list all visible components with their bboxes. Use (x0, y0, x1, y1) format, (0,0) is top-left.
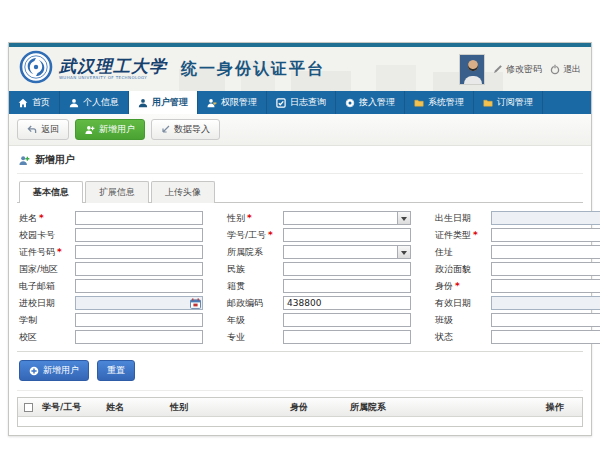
nav-item-profile[interactable]: 个人信息 (60, 91, 129, 114)
form-field-campus: 校区 (19, 330, 203, 344)
birth-date-input[interactable] (491, 211, 600, 225)
ethnicity-input[interactable] (283, 262, 411, 276)
postal-code-input[interactable] (283, 296, 411, 310)
university-name-en: WUHAN UNIVERSITY OF TECHNOLOGY (59, 76, 167, 80)
required-marker: * (57, 247, 62, 257)
form-field-country-region: 国家/地区 (19, 262, 203, 276)
field-label: 校区 (19, 331, 37, 344)
schooling-length-input[interactable] (75, 313, 203, 327)
chevron-down-icon (397, 246, 410, 258)
header: 武汉理工大学 WUHAN UNIVERSITY OF TECHNOLOGY 统一… (9, 47, 591, 91)
field-label: 籍贯 (227, 280, 245, 293)
field-label: 状态 (435, 331, 453, 344)
field-label: 学号/工号 (227, 229, 266, 242)
field-label: 进校日期 (19, 297, 55, 310)
calendar-icon (190, 298, 201, 309)
change-password-link[interactable]: 修改密码 (493, 63, 542, 76)
user-icon (69, 98, 79, 108)
folder-icon (483, 98, 493, 108)
student-id-input[interactable] (283, 228, 411, 242)
major-input[interactable] (283, 330, 411, 344)
field-label: 年级 (227, 314, 245, 327)
valid-date-input[interactable] (491, 296, 600, 310)
nav-item-permission-mgmt[interactable]: 权限管理 (198, 91, 267, 114)
form-field-email: 电子邮箱 (19, 279, 203, 293)
identity-input[interactable] (491, 279, 600, 293)
basic-info-form: 姓名* 性别* 出生日期 校园卡号 学号/工号* (17, 203, 583, 352)
form-field-entry-date: 进校日期 (19, 296, 203, 310)
tab-extended-info[interactable]: 扩展信息 (85, 181, 149, 203)
add-user-toolbar-button[interactable]: 新增用户 (75, 119, 145, 140)
id-number-input[interactable] (75, 245, 203, 259)
form-field-valid-date: 有效日期 (435, 296, 600, 310)
user-key-icon (207, 98, 217, 108)
class-input[interactable] (491, 313, 600, 327)
department-select[interactable] (283, 245, 411, 259)
field-label: 班级 (435, 314, 453, 327)
app-window: 武汉理工大学 WUHAN UNIVERSITY OF TECHNOLOGY 统一… (8, 42, 592, 436)
grade-input[interactable] (283, 313, 411, 327)
field-label: 有效日期 (435, 297, 471, 310)
form-field-political-status: 政治面貌 (435, 262, 600, 276)
required-marker: * (455, 281, 460, 291)
nav-item-access-mgmt[interactable]: 接入管理 (336, 91, 405, 114)
address-input[interactable] (491, 245, 600, 259)
form-field-postal-code: 邮政编码 (227, 296, 411, 310)
form-field-ethnicity: 民族 (227, 262, 411, 276)
entry-date-input[interactable] (75, 296, 203, 310)
campus-card-input[interactable] (75, 228, 203, 242)
column-header-operation: 操作 (544, 401, 582, 414)
home-icon (18, 98, 28, 108)
native-place-input[interactable] (283, 279, 411, 293)
user-icon (138, 98, 148, 108)
nav-item-user-mgmt[interactable]: 用户管理 (129, 91, 198, 114)
data-import-button[interactable]: 数据导入 (151, 119, 220, 140)
submit-add-user-button[interactable]: 新增用户 (19, 360, 89, 381)
form-field-birth-date: 出生日期 (435, 211, 600, 225)
reset-button[interactable]: 重置 (97, 360, 135, 381)
field-label: 住址 (435, 246, 453, 259)
nav-item-subscription-mgmt[interactable]: 订阅管理 (474, 91, 543, 114)
logout-link[interactable]: 退出 (550, 63, 581, 76)
user-table: 学号/工号 姓名 性别 身份 所属院系 操作 (17, 397, 583, 427)
nav-item-system-mgmt[interactable]: 系统管理 (405, 91, 474, 114)
form-field-id-type: 证件类型* (435, 228, 600, 242)
name-input[interactable] (75, 211, 203, 225)
university-name: 武汉理工大学 (59, 58, 167, 76)
id-type-input[interactable] (491, 228, 600, 242)
section-header: 新增用户 (17, 146, 583, 174)
status-input[interactable] (491, 330, 600, 344)
column-header-department: 所属院系 (348, 401, 544, 414)
political-status-input[interactable] (491, 262, 600, 276)
email-input[interactable] (75, 279, 203, 293)
form-field-major: 专业 (227, 330, 411, 344)
back-button[interactable]: 返回 (17, 119, 69, 140)
nav-item-log-query[interactable]: 日志查询 (267, 91, 336, 114)
tab-upload-avatar[interactable]: 上传头像 (151, 181, 215, 203)
gender-select[interactable] (283, 211, 411, 225)
field-label: 专业 (227, 331, 245, 344)
campus-input[interactable] (75, 330, 203, 344)
field-label: 身份 (435, 280, 453, 293)
content-area: 新增用户 基本信息 扩展信息 上传头像 姓名* 性别* 出生日期 (9, 146, 591, 435)
form-actions: 新增用户 重置 (17, 352, 583, 391)
table-body-empty (18, 417, 582, 426)
field-label: 出生日期 (435, 212, 471, 225)
field-label: 电子邮箱 (19, 280, 55, 293)
form-field-gender: 性别* (227, 211, 411, 225)
tab-bar: 基本信息 扩展信息 上传头像 (17, 174, 583, 203)
avatar[interactable] (459, 54, 485, 85)
select-all-checkbox[interactable] (24, 403, 33, 412)
tab-basic-info[interactable]: 基本信息 (19, 181, 83, 203)
form-field-grade: 年级 (227, 313, 411, 327)
page-title: 新增用户 (35, 153, 75, 167)
nav-item-home[interactable]: 首页 (9, 91, 60, 114)
field-label: 姓名 (19, 212, 37, 225)
column-header-gender: 性别 (168, 401, 288, 414)
form-field-class: 班级 (435, 313, 600, 327)
user-area: 修改密码 退出 (459, 54, 581, 85)
logout-label: 退出 (563, 63, 581, 76)
main-nav: 首页 个人信息 用户管理 权限管理 日志查询 接入管理 系统管理 订阅管理 (9, 91, 591, 114)
country-region-input[interactable] (75, 262, 203, 276)
field-label: 学制 (19, 314, 37, 327)
